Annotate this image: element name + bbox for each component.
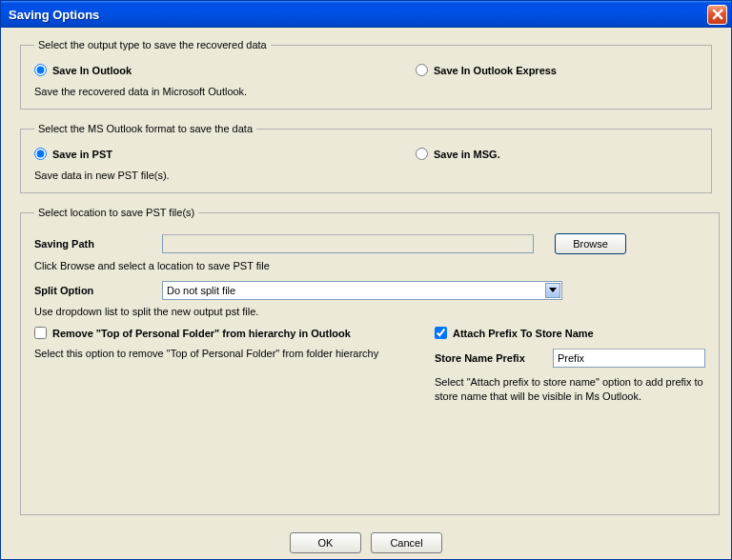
- save-in-pst-radio-input[interactable]: [34, 148, 47, 160]
- format-legend: Select the MS Outlook format to save the…: [34, 123, 256, 134]
- split-option-label: Split Option: [34, 285, 162, 296]
- save-in-pst-label: Save in PST: [52, 149, 112, 160]
- save-in-outlook-express-radio-input[interactable]: [416, 64, 428, 76]
- button-bar: OK Cancel: [20, 529, 712, 553]
- saving-path-input[interactable]: [162, 234, 534, 253]
- save-in-outlook-label: Save In Outlook: [52, 65, 132, 76]
- save-in-outlook-express-radio[interactable]: Save In Outlook Express: [416, 60, 698, 80]
- close-icon: [712, 9, 723, 20]
- remove-top-label: Remove "Top of Personal Folder" from hie…: [52, 328, 351, 339]
- browse-button[interactable]: Browse: [555, 233, 626, 254]
- output-type-group: Select the output type to save the recov…: [20, 39, 712, 110]
- remove-top-checkbox-input[interactable]: [34, 327, 47, 339]
- save-in-pst-radio[interactable]: Save in PST: [34, 144, 416, 164]
- format-group: Select the MS Outlook format to save the…: [20, 123, 712, 193]
- split-option-select[interactable]: [162, 281, 562, 300]
- split-desc: Use dropdown list to split the new outpu…: [34, 300, 705, 317]
- ok-button[interactable]: OK: [290, 532, 361, 553]
- save-in-msg-radio[interactable]: Save in MSG.: [416, 144, 698, 164]
- output-type-desc: Save the recovered data in Microsoft Out…: [34, 80, 698, 97]
- attach-prefix-label: Attach Prefix To Store Name: [453, 328, 594, 339]
- close-button[interactable]: [707, 5, 727, 25]
- attach-prefix-checkbox[interactable]: Attach Prefix To Store Name: [435, 327, 705, 339]
- cancel-button[interactable]: Cancel: [371, 532, 442, 553]
- browse-desc: Click Browse and select a location to sa…: [34, 254, 705, 271]
- location-group: Select location to save PST file(s) Savi…: [20, 207, 720, 515]
- store-name-prefix-label: Store Name Prefix: [435, 352, 553, 364]
- titlebar: Saving Options: [1, 1, 731, 28]
- store-name-prefix-input[interactable]: [553, 349, 705, 368]
- save-in-outlook-radio[interactable]: Save In Outlook: [34, 60, 416, 80]
- client-area: Select the output type to save the recov…: [1, 28, 731, 559]
- save-in-msg-label: Save in MSG.: [434, 149, 500, 160]
- remove-top-desc: Select this option to remove "Top of Per…: [34, 339, 416, 361]
- saving-path-label: Saving Path: [34, 238, 162, 250]
- format-desc: Save data in new PST file(s).: [34, 164, 698, 181]
- attach-prefix-checkbox-input[interactable]: [435, 327, 447, 339]
- window-title: Saving Options: [9, 8, 707, 22]
- remove-top-checkbox[interactable]: Remove "Top of Personal Folder" from hie…: [34, 327, 416, 339]
- save-in-msg-radio-input[interactable]: [416, 148, 428, 160]
- dialog-window: Saving Options Select the output type to…: [0, 0, 732, 560]
- save-in-outlook-radio-input[interactable]: [34, 64, 47, 76]
- attach-prefix-desc: Select "Attach prefix to store name" opt…: [435, 368, 705, 404]
- output-type-legend: Select the output type to save the recov…: [34, 39, 271, 50]
- location-legend: Select location to save PST file(s): [34, 207, 198, 218]
- save-in-outlook-express-label: Save In Outlook Express: [434, 65, 557, 76]
